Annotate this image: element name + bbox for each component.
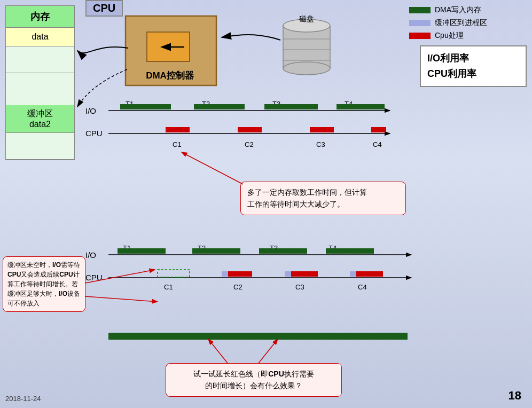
memory-title: 内存 [6, 6, 74, 28]
svg-text:I/O: I/O [85, 250, 96, 260]
svg-rect-57 [108, 333, 408, 340]
left-callout: 缓冲区未空时，I/O需等待CPU又会造成后续CPU计算工作等待时间增长。若缓冲区… [3, 256, 85, 312]
svg-text:CPU: CPU [85, 273, 103, 282]
timeline2: I/O CPU T1 T2 T3 T4 C1 C2 C3 C4 [83, 243, 425, 302]
legend-color-cpu [409, 33, 431, 39]
svg-rect-18 [120, 104, 171, 109]
memory-data: data [6, 28, 74, 46]
svg-text:C3: C3 [316, 140, 325, 148]
legend-color-buffer [409, 20, 431, 26]
svg-rect-45 [326, 248, 374, 254]
svg-rect-39 [118, 248, 166, 254]
svg-rect-31 [371, 127, 386, 132]
svg-rect-55 [350, 271, 356, 277]
cpu-label: CPU [85, 0, 123, 17]
memory-empty2 [6, 133, 74, 160]
legend-color-dma [409, 7, 431, 13]
legend-buffer: 缓冲区到进程区 [409, 18, 527, 28]
svg-rect-29 [310, 127, 334, 132]
svg-rect-48 [228, 271, 252, 277]
svg-text:C2: C2 [233, 283, 242, 291]
svg-rect-54 [356, 271, 383, 277]
dma-diagram: DMA控制器 [123, 13, 222, 91]
legend: DMA写入内存 缓冲区到进程区 Cpu处理 [409, 5, 527, 44]
svg-rect-43 [259, 248, 307, 254]
svg-rect-51 [291, 271, 318, 277]
svg-rect-46 [158, 270, 190, 277]
disk-diagram: 磁盘 [278, 10, 337, 79]
top-callout: 多了一定内存取数工作时间，但计算工作的等待时间大大减少了。 [240, 182, 406, 215]
page-number: 18 [508, 389, 521, 403]
svg-rect-25 [166, 127, 190, 132]
svg-text:C4: C4 [358, 283, 367, 291]
svg-text:C2: C2 [245, 140, 254, 148]
svg-point-9 [283, 62, 330, 75]
svg-text:DMA控制器: DMA控制器 [146, 70, 194, 81]
date-label: 2018-11-24 [5, 395, 41, 403]
svg-text:C3: C3 [295, 283, 304, 291]
svg-text:C1: C1 [164, 283, 173, 291]
memory-empty [6, 46, 74, 73]
svg-text:磁盘: 磁盘 [299, 14, 314, 23]
memory-panel: 内存 data 缓冲区 data2 [5, 5, 75, 160]
svg-text:I/O: I/O [85, 106, 96, 115]
memory-buffer: 缓冲区 data2 [6, 105, 74, 133]
bottom-callout: 试一试延长红色线（即CPU执行需要的时间增长）会有什么效果？ [166, 363, 342, 397]
legend-cpu: Cpu处理 [409, 31, 527, 41]
svg-text:CPU: CPU [85, 129, 103, 138]
svg-rect-27 [238, 127, 262, 132]
io-util-box: I/O利用率 CPU利用率 [420, 45, 527, 87]
timeline1: I/O CPU T1 T2 T3 T4 C1 C2 C3 C4 [83, 99, 409, 168]
legend-dma: DMA写入内存 [409, 5, 527, 15]
timeline3 [83, 330, 425, 346]
svg-text:C1: C1 [173, 140, 182, 148]
svg-rect-41 [192, 248, 240, 254]
svg-rect-52 [285, 271, 291, 277]
svg-rect-49 [222, 271, 228, 277]
svg-rect-24 [337, 104, 385, 109]
svg-text:C4: C4 [373, 140, 382, 148]
svg-rect-22 [264, 104, 318, 109]
svg-rect-20 [194, 104, 245, 109]
